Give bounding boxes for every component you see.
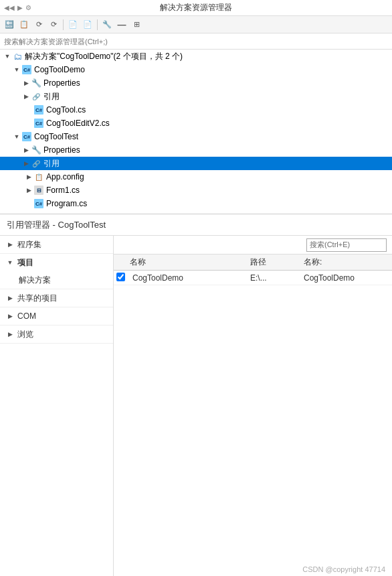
shared-label: 共享的项目 bbox=[17, 293, 58, 304]
table-cell-name-1: CogToolDemo bbox=[130, 273, 250, 283]
browse-label: 浏览 bbox=[17, 329, 33, 340]
form1-cs-label: Form1.cs bbox=[46, 186, 80, 195]
toolbar-btn-5[interactable]: 📄 bbox=[66, 18, 80, 31]
com-label: COM bbox=[17, 311, 36, 321]
assemblies-label: 程序集 bbox=[17, 239, 41, 250]
program-cs[interactable]: C# Program.cs bbox=[0, 197, 392, 210]
nav-group-com: ▶ COM bbox=[0, 307, 113, 326]
table-body: CogToolDemo E:\... CogToolDemo bbox=[114, 271, 392, 576]
app-config-label: App.config bbox=[46, 172, 84, 182]
expand-form1-cs-icon: ▶ bbox=[24, 187, 33, 194]
nav-group-shared: ▶ 共享的项目 bbox=[0, 289, 113, 307]
reference-manager-panel: 引用管理器 - CogToolTest ▶ 程序集 ▼ 项目 解决方案 bbox=[0, 214, 392, 576]
search-bar bbox=[0, 33, 392, 50]
expand-cogtoolDemo-icon: ▼ bbox=[12, 66, 21, 73]
com-expand-icon: ▶ bbox=[5, 313, 15, 319]
cs-icon-3: ⊟ bbox=[33, 185, 44, 196]
ref-icon-1: 🔗 bbox=[31, 91, 41, 102]
nav-item-com[interactable]: ▶ COM bbox=[0, 307, 113, 325]
toolbar-btn-4[interactable]: ⟳ bbox=[47, 18, 60, 31]
properties-2-label: Properties bbox=[43, 145, 80, 155]
ref-1[interactable]: ▶ 🔗 引用 bbox=[0, 90, 392, 103]
form1-cs[interactable]: ▶ ⊟ Form1.cs bbox=[0, 184, 392, 197]
table-col-path-header: 路径 bbox=[250, 257, 304, 268]
ref-2-label: 引用 bbox=[43, 158, 60, 169]
cogtoolTest-label: CogToolTest bbox=[34, 132, 78, 141]
search-input[interactable] bbox=[4, 38, 388, 46]
nav-item-shared[interactable]: ▶ 共享的项目 bbox=[0, 289, 113, 307]
nav-item-projects[interactable]: ▼ 项目 bbox=[0, 254, 113, 271]
ref-1-label: 引用 bbox=[43, 91, 60, 102]
toolbar-separator-1 bbox=[63, 19, 64, 30]
solution-label: 解决方案"CogToolDemo"(2 个项目，共 2 个) bbox=[25, 51, 183, 62]
solution-explorer-titlebar: ◀◀ ▶ ⚙ 解决方案资源管理器 bbox=[0, 0, 392, 16]
app-config[interactable]: ▶ 📋 App.config bbox=[0, 170, 392, 184]
nav-item-browse[interactable]: ▶ 浏览 bbox=[0, 326, 113, 343]
right-content: 搜索(Ctrl+E) 名称 路径 名称: CogToolDemo E:\... bbox=[114, 236, 392, 576]
table-cell-path-1: E:\... bbox=[250, 273, 304, 283]
cogtool-cs[interactable]: C# CogTool.cs bbox=[0, 103, 392, 117]
project-icon-2: C# bbox=[21, 131, 32, 142]
row-checkbox-1[interactable] bbox=[116, 273, 125, 281]
projects-expand-icon: ▼ bbox=[5, 259, 15, 266]
gear-icon[interactable]: ⚙ bbox=[25, 4, 31, 11]
table-col-name-header: 名称 bbox=[130, 257, 250, 268]
cogtooleditev2-cs[interactable]: C# CogToolEditV2.cs bbox=[0, 117, 392, 130]
solution-explorer-toolbar: 🔙 📋 ⟳ ⟳ 📄 📄 🔧 — ⊞ bbox=[0, 16, 392, 33]
project-icon-1: C# bbox=[21, 64, 32, 75]
expand-properties1-icon: ▶ bbox=[21, 80, 31, 86]
table-cell-extra-1: CogToolDemo bbox=[304, 273, 389, 283]
titlebar-left: ◀◀ ▶ ⚙ bbox=[4, 4, 31, 11]
browse-expand-icon: ▶ bbox=[5, 331, 15, 338]
expand-appconfig-icon: ▶ bbox=[24, 173, 33, 180]
table-row[interactable]: CogToolDemo E:\... CogToolDemo bbox=[114, 271, 392, 285]
toolbar-btn-6[interactable]: 📄 bbox=[81, 18, 94, 31]
toolbar-btn-3[interactable]: ⟳ bbox=[32, 18, 45, 31]
toolbar-btn-1[interactable]: 🔙 bbox=[3, 18, 16, 31]
solution-explorer-panel: ◀◀ ▶ ⚙ 解决方案资源管理器 🔙 📋 ⟳ ⟳ 📄 📄 🔧 — ⊞ ▼ 🗂 解… bbox=[0, 0, 392, 214]
search-box[interactable]: 搜索(Ctrl+E) bbox=[306, 238, 387, 252]
properties-2[interactable]: ▶ 🔧 Properties bbox=[0, 143, 392, 157]
cogtoolTest-project[interactable]: ▼ C# CogToolTest bbox=[0, 130, 392, 143]
search-label: 搜索(Ctrl+E) bbox=[310, 240, 350, 250]
panel-title: 解决方案资源管理器 bbox=[160, 2, 232, 13]
pin-icon[interactable]: ▶ bbox=[17, 4, 23, 11]
toolbar-btn-7[interactable]: 🔧 bbox=[100, 18, 114, 31]
nav-group-assemblies: ▶ 程序集 bbox=[0, 236, 113, 254]
expand-cogtoolTest-icon: ▼ bbox=[12, 133, 21, 140]
cogtoolDemo-label: CogToolDemo bbox=[34, 65, 85, 74]
toolbar-btn-9[interactable]: ⊞ bbox=[130, 18, 143, 31]
reference-manager-title: 引用管理器 - CogToolTest bbox=[0, 214, 392, 236]
expand-properties2-icon: ▶ bbox=[21, 147, 31, 153]
nav-group-projects: ▼ 项目 解决方案 bbox=[0, 254, 113, 289]
table-row-check[interactable] bbox=[116, 273, 130, 283]
table-header: 名称 路径 名称: bbox=[114, 255, 392, 271]
watermark: CSDN @copyright 47714 bbox=[302, 565, 385, 573]
cogtoolDemo-project[interactable]: ▼ C# CogToolDemo bbox=[0, 63, 392, 76]
shared-expand-icon: ▶ bbox=[5, 295, 15, 301]
toolbar-btn-8[interactable]: — bbox=[115, 18, 128, 31]
assemblies-expand-icon: ▶ bbox=[5, 241, 15, 248]
cogtooleditev2-cs-label: CogToolEditV2.cs bbox=[46, 119, 110, 128]
properties-icon-2: 🔧 bbox=[31, 145, 41, 155]
properties-1[interactable]: ▶ 🔧 Properties bbox=[0, 76, 392, 90]
projects-label: 项目 bbox=[17, 257, 33, 269]
cs-icon-1: C# bbox=[33, 104, 44, 115]
expand-ref1-icon: ▶ bbox=[21, 93, 31, 100]
cs-icon-4: C# bbox=[33, 198, 44, 209]
solution-icon: 🗂 bbox=[12, 51, 23, 62]
nav-item-assemblies[interactable]: ▶ 程序集 bbox=[0, 236, 113, 253]
properties-icon-1: 🔧 bbox=[31, 78, 41, 88]
toolbar-separator-2 bbox=[97, 19, 98, 30]
cs-icon-2: C# bbox=[33, 118, 44, 129]
table-col-extra-header: 名称: bbox=[304, 257, 389, 268]
properties-1-label: Properties bbox=[43, 78, 80, 88]
expand-ref2-icon: ▶ bbox=[21, 160, 31, 167]
nav-sub-item-solution[interactable]: 解决方案 bbox=[0, 271, 113, 289]
ref-2[interactable]: ▶ 🔗 引用 bbox=[0, 157, 392, 170]
collapse-icon[interactable]: ◀◀ bbox=[4, 4, 15, 11]
nav-group-browse: ▶ 浏览 bbox=[0, 326, 113, 344]
solution-tree: ▼ 🗂 解决方案"CogToolDemo"(2 个项目，共 2 个) ▼ C# … bbox=[0, 50, 392, 214]
solution-root[interactable]: ▼ 🗂 解决方案"CogToolDemo"(2 个项目，共 2 个) bbox=[0, 50, 392, 63]
toolbar-btn-2[interactable]: 📋 bbox=[17, 18, 31, 31]
